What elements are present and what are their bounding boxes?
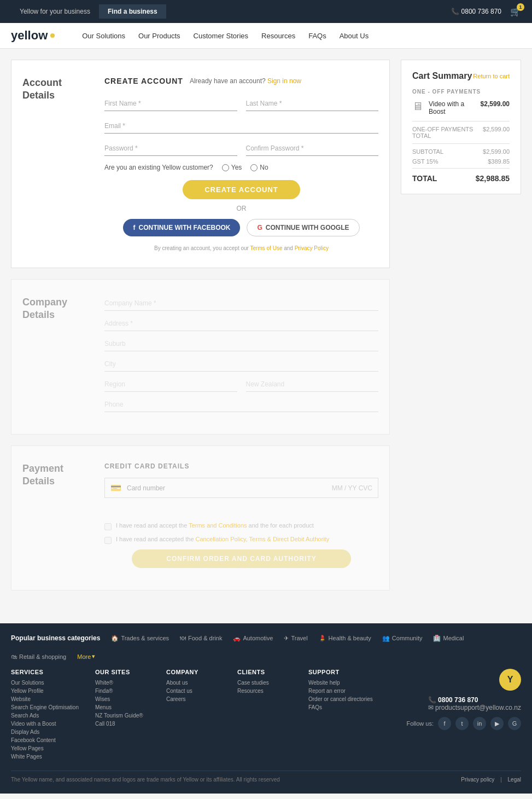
logo: yellow bbox=[11, 28, 55, 43]
footer-cat-community[interactable]: 👥 Community bbox=[382, 635, 423, 642]
footer-link-seo[interactable]: Search Engine Optimisation bbox=[11, 704, 79, 710]
footer-link-yellow-profile[interactable]: Yellow Profile bbox=[11, 688, 79, 694]
address-input[interactable] bbox=[104, 316, 378, 331]
nav-our-products[interactable]: Our Products bbox=[138, 32, 180, 40]
checkbox1-input[interactable] bbox=[104, 523, 112, 530]
nav-about-us[interactable]: About Us bbox=[340, 32, 369, 40]
footer-cat-retail[interactable]: 🛍 Retail & shopping bbox=[11, 653, 66, 660]
gst-row: GST 15% $389.85 bbox=[412, 158, 510, 165]
email-field bbox=[104, 119, 378, 134]
follow-label: Follow us: bbox=[406, 720, 434, 727]
privacy-link[interactable]: Privacy Policy bbox=[295, 245, 329, 251]
checkbox2-input[interactable] bbox=[104, 537, 112, 544]
city-input[interactable] bbox=[104, 357, 378, 372]
payment-section-content: CREDIT CARD DETAILS 💳 MM / YY CVC I have… bbox=[104, 462, 378, 574]
checkbox2-text: I have read and accepted the Cancellatio… bbox=[116, 536, 329, 542]
facebook-icon: f bbox=[133, 224, 135, 231]
payment-section-label: Payment Details bbox=[22, 462, 93, 488]
create-account-button[interactable]: CREATE ACCOUNT bbox=[183, 180, 300, 199]
google-login-button[interactable]: G CONTINUE WITH GOOGLE bbox=[247, 219, 359, 236]
nav-resources[interactable]: Resources bbox=[261, 32, 295, 40]
google-icon: G bbox=[257, 224, 262, 231]
terms-link[interactable]: Terms of Use bbox=[250, 245, 283, 251]
company-name-input[interactable] bbox=[104, 296, 378, 311]
social-linkedin-icon[interactable]: in bbox=[473, 717, 486, 730]
footer-cat-travel[interactable]: ✈ Travel bbox=[284, 635, 307, 642]
footer-link-contact[interactable]: Contact us bbox=[166, 688, 221, 694]
nav-customer-stories[interactable]: Customer Stories bbox=[194, 32, 248, 40]
cart-icon[interactable]: 🛒 1 bbox=[510, 7, 521, 17]
password-input[interactable] bbox=[104, 141, 237, 156]
footer-link-about[interactable]: About us bbox=[166, 680, 221, 686]
subtotal-row: SUBTOTAL $2,599.00 bbox=[412, 148, 510, 155]
logo-dot-icon bbox=[50, 33, 55, 38]
footer-cat-food[interactable]: 🍽 Food & drink bbox=[180, 635, 222, 641]
email-input[interactable] bbox=[104, 119, 378, 134]
footer-links: SERVICES Our Solutions Yellow Profile We… bbox=[11, 669, 521, 762]
signin-link[interactable]: Sign in now bbox=[267, 77, 301, 85]
tab-yellow-business[interactable]: Yellow for your business bbox=[11, 4, 99, 19]
nav-our-solutions[interactable]: Our Solutions bbox=[82, 32, 125, 40]
footer-link-order-cancel[interactable]: Order or cancel directories bbox=[308, 696, 373, 702]
footer-link-video-boost[interactable]: Video with a Boost bbox=[11, 721, 79, 727]
footer-link-white-pages[interactable]: White Pages bbox=[11, 754, 79, 760]
cart-title-row: Cart Summary Return to cart bbox=[412, 71, 510, 81]
footer-link-call018[interactable]: Call 018 bbox=[95, 721, 150, 727]
footer-link-website[interactable]: Website bbox=[11, 696, 79, 702]
footer-link-yellow-pages[interactable]: Yellow Pages bbox=[11, 745, 79, 751]
footer-cat-automotive[interactable]: 🚗 Automotive bbox=[233, 635, 273, 642]
footer-cat-trades[interactable]: 🏠 Trades & services bbox=[111, 635, 169, 642]
radio-yes[interactable]: Yes bbox=[222, 164, 242, 171]
footer-link-careers[interactable]: Careers bbox=[166, 696, 221, 702]
footer-link-resources[interactable]: Resources bbox=[237, 688, 292, 694]
footer-link-menus[interactable]: Menus bbox=[95, 704, 150, 710]
radio-no-input[interactable] bbox=[250, 164, 258, 171]
phone-input[interactable] bbox=[104, 397, 378, 412]
first-name-input[interactable] bbox=[104, 96, 237, 111]
checkbox2-row: I have read and accepted the Cancellatio… bbox=[104, 536, 378, 544]
nav-faqs[interactable]: FAQs bbox=[308, 32, 326, 40]
footer-link-case-studies[interactable]: Case studies bbox=[237, 680, 292, 686]
password-field bbox=[104, 141, 237, 156]
footer-link-wises[interactable]: Wises bbox=[95, 696, 150, 702]
footer-link-nztourism[interactable]: NZ Tourism Guide® bbox=[95, 713, 150, 719]
first-name-field bbox=[104, 96, 237, 111]
region-input[interactable] bbox=[104, 377, 237, 392]
social-youtube-icon[interactable]: ▶ bbox=[490, 717, 504, 730]
footer-link-facebook[interactable]: Facebook Content bbox=[11, 737, 79, 743]
radio-no[interactable]: No bbox=[250, 164, 268, 171]
confirm-password-input[interactable] bbox=[246, 141, 379, 156]
tab-find-business[interactable]: Find a business bbox=[99, 4, 166, 19]
phone-link[interactable]: 📞 0800 736 870 bbox=[451, 8, 501, 15]
footer-link-white[interactable]: White® bbox=[95, 680, 150, 686]
cart-item-icon: 🖥 bbox=[412, 100, 423, 113]
postcode-input[interactable] bbox=[246, 377, 379, 392]
terms-conditions-link[interactable]: Terms and Conditions bbox=[189, 522, 247, 529]
radio-yes-input[interactable] bbox=[222, 164, 229, 171]
footer-cat-health[interactable]: 💄 Health & beauty bbox=[319, 635, 371, 642]
return-to-cart-link[interactable]: Return to cart bbox=[473, 73, 510, 79]
footer-link-finda[interactable]: Finda® bbox=[95, 688, 150, 694]
privacy-policy-link[interactable]: Privacy policy bbox=[461, 777, 494, 783]
footer-link-website-help[interactable]: Website help bbox=[308, 680, 373, 686]
footer-link-search-ads[interactable]: Search Ads bbox=[11, 713, 79, 719]
payment-section-layout: Payment Details CREDIT CARD DETAILS 💳 MM… bbox=[22, 462, 378, 574]
footer-link-our-solutions[interactable]: Our Solutions bbox=[11, 680, 79, 686]
cancellation-policy-link[interactable]: Cancellation Policy, Terms & Direct Debi… bbox=[196, 536, 330, 542]
footer-link-report-error[interactable]: Report an error bbox=[308, 688, 373, 694]
facebook-login-button[interactable]: f CONTINUE WITH FACEBOOK bbox=[123, 219, 240, 236]
footer-link-display-ads[interactable]: Display Ads bbox=[11, 729, 79, 735]
card-number-input[interactable] bbox=[127, 484, 326, 492]
last-name-input[interactable] bbox=[246, 96, 379, 111]
payment-label-col: Payment Details bbox=[22, 462, 93, 574]
suburb-input[interactable] bbox=[104, 337, 378, 351]
social-twitter-icon[interactable]: t bbox=[455, 717, 469, 730]
social-facebook-icon[interactable]: f bbox=[438, 717, 451, 730]
social-google-icon[interactable]: G bbox=[508, 717, 521, 730]
legal-link[interactable]: Legal bbox=[508, 777, 521, 783]
footer-more-link[interactable]: More ▾ bbox=[77, 653, 95, 660]
confirm-order-button[interactable]: CONFIRM ORDER AND CARD AUTHORITY bbox=[132, 549, 351, 568]
payments-total-row: ONE-OFF PAYMENTS TOTAL $2,599.00 bbox=[412, 126, 510, 139]
footer-cat-medical[interactable]: 🏥 Medical bbox=[433, 635, 464, 642]
footer-link-faqs[interactable]: FAQs bbox=[308, 704, 373, 710]
